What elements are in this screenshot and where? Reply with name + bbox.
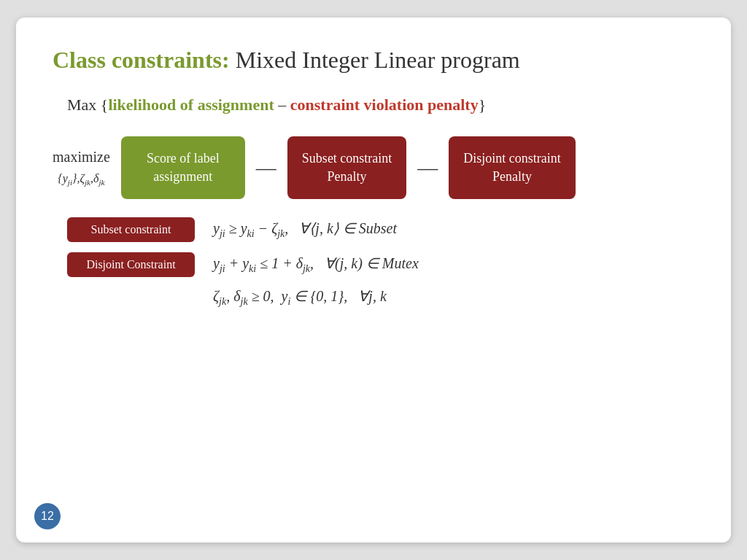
score-box-line2: assignment	[153, 169, 212, 184]
disjoint-penalty-line1: Disjoint constraint	[463, 151, 561, 166]
bounds-formula: ζjk, δjk ≥ 0, yi ∈ {0, 1}, ∀j, k	[213, 287, 387, 308]
constraint-row-subset: Subset constraint yji ≥ yki − ζjk, ∀⟨j, …	[67, 217, 694, 242]
dash1: —	[256, 156, 276, 179]
disjoint-constraint-label: Disjoint Constraint	[67, 252, 195, 277]
score-box-line1: Score of label	[147, 151, 220, 166]
slide-title: Class constraints: Mixed Integer Linear …	[53, 47, 694, 74]
subset-constraint-label: Subset constraint	[67, 217, 195, 242]
disjoint-formula: yji + yki ≤ 1 + δjk, ∀(j, k) ∈ Mutex	[213, 254, 419, 275]
subset-formula: yji ≥ yki − ζjk, ∀⟨j, k⟩ ∈ Subset	[213, 219, 397, 240]
formula-row: maximize {yji},ζjk,δjk Score of label as…	[53, 136, 694, 199]
max-red-text: constraint violation penalty	[290, 96, 479, 114]
disjoint-penalty-box: Disjoint constraint Penalty	[449, 136, 576, 199]
constraints-section: Subset constraint yji ≥ yki − ζjk, ∀⟨j, …	[67, 217, 694, 308]
constraint-row-disjoint: Disjoint Constraint yji + yki ≤ 1 + δjk,…	[67, 252, 694, 277]
maximize-subscript: {yji},ζjk,δjk	[58, 172, 104, 184]
disjoint-penalty-line2: Penalty	[492, 169, 532, 184]
subset-penalty-line2: Penalty	[328, 169, 367, 184]
max-green-text: likelihood of assignment	[108, 96, 274, 114]
max-dash: –	[274, 96, 290, 114]
dash2: —	[417, 156, 438, 179]
max-open-brace: {	[101, 96, 109, 114]
max-close-brace: }	[479, 96, 487, 114]
title-rest: Mixed Integer Linear program	[230, 47, 520, 73]
score-box: Score of label assignment	[121, 136, 245, 199]
max-prefix: Max	[67, 96, 101, 114]
title-highlight: Class constraints:	[53, 47, 230, 73]
slide: Class constraints: Mixed Integer Linear …	[16, 18, 731, 542]
subset-penalty-line1: Subset constraint	[302, 151, 392, 166]
subset-penalty-box: Subset constraint Penalty	[287, 136, 407, 199]
max-line: Max {likelihood of assignment – constrai…	[67, 96, 694, 114]
slide-number: 12	[34, 503, 61, 529]
constraint-row-bounds: ζjk, δjk ≥ 0, yi ∈ {0, 1}, ∀j, k	[67, 287, 694, 308]
maximize-label: maximize {yji},ζjk,δjk	[53, 147, 110, 189]
